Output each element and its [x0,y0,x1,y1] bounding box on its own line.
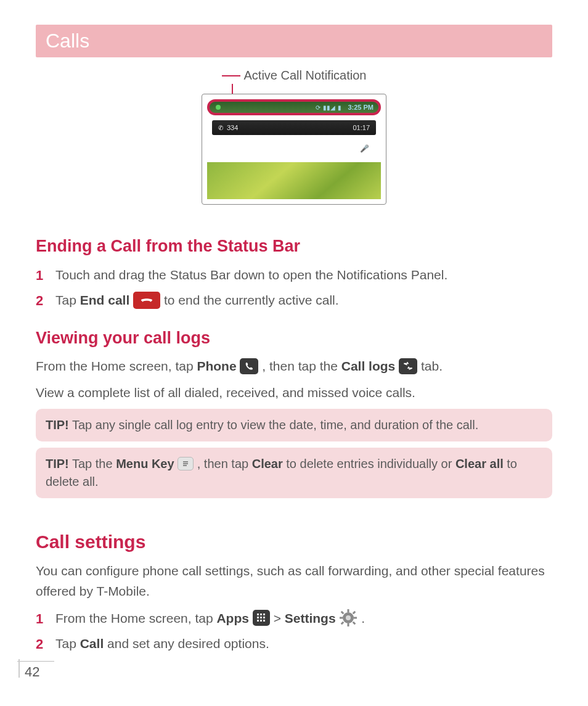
step-2: 2 Tap Call and set any desired options. [36,633,552,655]
bold-call-logs: Call logs [341,359,396,373]
step-2: 2 Tap End call to end the currently acti… [36,290,552,311]
callout-connector [222,75,240,76]
steps-call-settings: 1 From the Home screen, tap Apps > Setti… [36,608,552,655]
viewing-para-2: View a complete list of all dialed, rece… [36,383,552,403]
svg-rect-10 [260,620,262,622]
bold-end-call: End call [80,293,130,307]
search-placeholder: Google [219,144,243,153]
tip-label: TIP! [46,457,69,470]
end-call-icon [133,292,160,309]
text-fragment: and set any desired options. [107,636,269,651]
svg-rect-7 [260,617,262,618]
step-1: 1 From the Home screen, tap Apps > Setti… [36,608,552,630]
page-title-bar: Calls [36,25,552,57]
svg-rect-11 [263,620,265,622]
phone-mini-icon: ✆ [218,125,223,131]
settings-gear-icon [339,609,357,626]
call-logs-icon [399,358,417,374]
svg-rect-15 [340,617,343,619]
status-time: 3:25 PM [348,104,374,111]
step-number: 2 [36,290,55,311]
step-1: 1 Touch and drag the Status Bar down to … [36,265,552,286]
step-number: 2 [36,633,55,655]
page-number-rule [17,661,54,662]
bold-menu-key: Menu Key [116,457,174,470]
step-text: Touch and drag the Status Bar down to op… [55,265,552,285]
apps-icon [253,610,270,626]
step-text: Tap Call and set any desired options. [55,633,552,654]
svg-rect-18 [353,611,356,615]
tip-box-1: TIP! Tap any single call log entry to vi… [36,409,552,441]
text-fragment: From the Home screen, tap [36,359,197,373]
status-icons: ⟳ ▮▮◢ ▮ 3:25 PM [316,104,374,111]
svg-rect-20 [353,622,356,625]
text-fragment: to end the currently active call. [164,293,339,307]
menu-key-icon [178,457,194,470]
phone-icon [240,358,258,374]
call-number: 334 [227,124,238,131]
wallpaper-area [207,162,381,199]
bold-call: Call [80,636,104,651]
viewing-para-1: From the Home screen, tap Phone , then t… [36,356,552,377]
google-search-bar: Google 🎤 [212,140,376,157]
svg-rect-16 [354,617,357,619]
mic-icon: 🎤 [360,144,369,153]
svg-rect-6 [257,617,259,618]
figure-active-call: Active Call Notification ⟳ ▮▮◢ ▮ 3:25 PM… [36,68,552,207]
bold-settings: Settings [285,611,336,625]
svg-rect-5 [263,614,265,615]
status-bar-highlight: ⟳ ▮▮◢ ▮ 3:25 PM [207,99,381,115]
callout-label: Active Call Notification [244,68,367,83]
step-number: 1 [36,265,55,286]
svg-rect-14 [348,623,349,626]
battery-icon: ▮ [338,104,341,111]
heading-call-settings: Call settings [36,532,552,552]
text-fragment: Tap [55,293,80,307]
svg-rect-3 [257,614,259,615]
svg-rect-4 [260,614,262,615]
step-text: Tap End call to end the currently active… [55,290,552,311]
text-fragment: > [274,611,285,625]
steps-ending-call: 1 Touch and drag the Status Bar down to … [36,265,552,311]
heading-ending-call: Ending a Call from the Status Bar [36,237,552,256]
svg-point-21 [346,615,351,620]
sync-icon: ⟳ [316,104,321,111]
call-duration: 01:17 [353,124,370,131]
page-number: 42 [25,664,39,680]
call-settings-para: You can configure phone call settings, s… [36,561,552,601]
signal-icon: ▮▮◢ [323,104,335,111]
svg-rect-8 [263,617,265,618]
svg-rect-9 [257,620,259,622]
step-number: 1 [36,608,55,630]
tip-text: Tap any single call log entry to view th… [69,418,478,432]
svg-rect-13 [348,609,349,612]
callout-vertical-line [232,84,233,94]
tip-label: TIP! [46,418,69,432]
svg-rect-19 [341,622,345,625]
text-fragment: tab. [421,359,443,373]
text-fragment: , then tap [197,457,252,470]
bold-clear-all: Clear all [455,457,504,470]
bold-phone: Phone [197,359,236,373]
bold-apps: Apps [216,611,249,625]
text-fragment: Tap [55,636,80,651]
step-text: From the Home screen, tap Apps > Setting… [55,608,552,629]
text-fragment: , then tap the [262,359,341,373]
ongoing-call-bar: ✆ 334 01:17 [212,120,376,135]
text-fragment: . [361,611,365,625]
svg-rect-17 [341,611,345,615]
phone-screenshot: ⟳ ▮▮◢ ▮ 3:25 PM ✆ 334 01:17 Google 🎤 [202,94,386,205]
text-fragment: Tap the [72,457,116,470]
text-fragment: to delete entries individually or [286,457,455,470]
heading-viewing-logs: Viewing your call logs [36,329,552,348]
tip-box-2: TIP! Tap the Menu Key , then tap Clear t… [36,448,552,498]
bold-clear: Clear [252,457,283,470]
active-call-dot-icon [216,105,221,110]
text-fragment: From the Home screen, tap [55,611,216,625]
